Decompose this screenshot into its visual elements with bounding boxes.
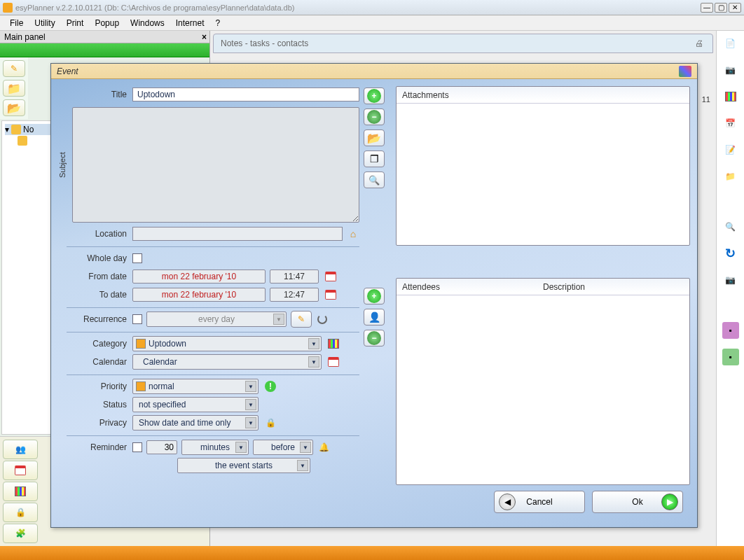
event-dialog-titlebar[interactable]: Event xyxy=(51,64,697,79)
rt-calendar-icon[interactable]: 📅 xyxy=(722,115,739,132)
to-calendar-icon[interactable] xyxy=(324,288,337,301)
recurrence-checkbox[interactable] xyxy=(132,314,142,324)
contacts-button[interactable]: 👥 xyxy=(3,440,38,459)
attendee-add-button[interactable]: + xyxy=(364,288,385,304)
folder-icon xyxy=(11,125,21,134)
menubar: File Utility Print Popup Windows Interne… xyxy=(0,15,744,31)
category-combo[interactable]: Uptodown ▼ xyxy=(132,336,322,351)
plugin-button[interactable]: 🧩 xyxy=(3,524,38,543)
status-value: not specified xyxy=(136,400,186,410)
reminder-relation-combo[interactable]: before ▼ xyxy=(253,440,313,455)
menu-windows[interactable]: Windows xyxy=(125,17,170,29)
chevron-down-icon: ▼ xyxy=(297,460,308,471)
panel-header-bar xyxy=(0,43,209,57)
to-time-input[interactable]: 12:47 xyxy=(270,288,319,302)
lock-button[interactable]: 🔒 xyxy=(3,503,38,522)
rt-purple-icon[interactable]: ▪ xyxy=(722,322,739,339)
attendee-remove-button[interactable]: − xyxy=(364,330,385,346)
menu-internet[interactable]: Internet xyxy=(170,17,210,29)
calendar-value: Calendar xyxy=(136,357,177,367)
menu-print[interactable]: Print xyxy=(61,17,90,29)
menu-help[interactable]: ? xyxy=(209,17,226,29)
category-grid-icon[interactable] xyxy=(327,337,340,350)
rt-grid-icon[interactable] xyxy=(722,88,739,105)
reminder-value-input[interactable]: 30 xyxy=(146,440,177,454)
main-panel-title: Main panel xyxy=(4,32,46,42)
ok-button[interactable]: Ok ▶ xyxy=(592,491,683,513)
rt-refresh-icon[interactable]: ↻ xyxy=(722,245,739,262)
wholeday-checkbox[interactable] xyxy=(132,253,142,263)
calendar-label: Calendar xyxy=(58,357,132,367)
new-note-button[interactable]: ✎ xyxy=(3,60,25,77)
subject-label: Subject xyxy=(58,107,72,223)
chevron-down-icon: ▼ xyxy=(300,442,311,453)
privacy-combo[interactable]: Show date and time only ▼ xyxy=(132,415,259,430)
badge-11: 11 xyxy=(702,95,710,104)
attachment-open-button[interactable]: 📂 xyxy=(364,130,385,146)
rt-new-icon[interactable]: 📄 xyxy=(722,35,739,52)
rt-search-icon[interactable]: 🔍 xyxy=(722,218,739,235)
rt-camera-small-icon[interactable]: 📷 xyxy=(722,62,739,78)
location-input[interactable] xyxy=(132,227,343,241)
attachment-remove-button[interactable]: − xyxy=(364,108,385,125)
bell-icon[interactable]: 🔔 xyxy=(317,441,330,454)
privacy-label: Privacy xyxy=(58,418,132,428)
rt-camera-icon[interactable]: 📷 xyxy=(722,272,739,288)
menu-utility[interactable]: Utility xyxy=(29,17,60,29)
category-color-swatch xyxy=(136,339,146,349)
menu-popup[interactable]: Popup xyxy=(89,17,125,29)
priority-combo[interactable]: normal ▼ xyxy=(132,379,259,394)
reminder-anchor-value: the event starts xyxy=(215,461,273,470)
subject-textarea[interactable] xyxy=(72,107,359,223)
recurrence-label: Recurrence xyxy=(58,314,132,324)
attachment-copy-button[interactable]: ❐ xyxy=(364,150,385,167)
maximize-button[interactable]: ▢ xyxy=(715,3,727,13)
priority-info-icon[interactable]: ! xyxy=(264,380,277,393)
from-time-input[interactable]: 11:47 xyxy=(270,270,319,284)
ok-label: Ok xyxy=(632,497,642,507)
rt-note-icon[interactable]: 📝 xyxy=(722,141,739,158)
new-folder-button[interactable]: 📁 xyxy=(3,80,25,97)
menu-file[interactable]: File xyxy=(4,17,29,29)
edit-recurrence-button[interactable]: ✎ xyxy=(291,311,312,328)
attendee-add-person-button[interactable]: 👤 xyxy=(364,309,385,326)
panel-close-icon[interactable]: × xyxy=(202,32,207,42)
rt-folder-icon[interactable]: 📁 xyxy=(722,168,739,185)
chevron-down-icon: ▼ xyxy=(308,356,319,368)
add-folder-button[interactable]: 📂 xyxy=(3,99,25,116)
calendar-color-icon[interactable] xyxy=(679,66,691,77)
from-calendar-icon[interactable] xyxy=(324,270,337,283)
from-date-input[interactable]: mon 22 february '10 xyxy=(132,270,266,284)
attachment-search-button[interactable]: 🔍 xyxy=(364,172,385,188)
recurrence-combo[interactable]: every day ▼ xyxy=(146,312,287,327)
reminder-checkbox[interactable] xyxy=(132,442,142,452)
lock-icon[interactable]: 🔒 xyxy=(264,416,277,429)
chevron-down-icon: ▼ xyxy=(245,381,256,392)
reminder-unit-combo[interactable]: minutes ▼ xyxy=(181,440,249,455)
category-label: Category xyxy=(58,339,132,349)
reminder-unit-value: minutes xyxy=(200,442,230,452)
cancel-button[interactable]: ◀ Cancel xyxy=(494,491,585,513)
to-date-input[interactable]: mon 22 february '10 xyxy=(132,288,266,302)
print-icon[interactable]: 🖨 xyxy=(693,37,705,50)
priority-color-swatch xyxy=(136,382,146,391)
wholeday-label: Whole day xyxy=(58,253,132,263)
calendar-small-button[interactable] xyxy=(3,461,38,480)
attachment-add-button[interactable]: + xyxy=(364,88,385,104)
calendar-combo[interactable]: Calendar ▼ xyxy=(132,354,322,370)
rt-green-icon[interactable]: ▪ xyxy=(722,349,739,365)
event-dialog-title: Event xyxy=(57,66,78,76)
tree-root-label: No xyxy=(23,125,34,134)
cancel-label: Cancel xyxy=(526,497,552,507)
status-combo[interactable]: not specified ▼ xyxy=(132,397,259,412)
fromdate-label: From date xyxy=(58,272,132,281)
minimize-button[interactable]: — xyxy=(701,3,713,13)
home-icon[interactable]: ⌂ xyxy=(347,227,359,240)
title-input[interactable] xyxy=(132,88,359,102)
reminder-anchor-combo[interactable]: the event starts ▼ xyxy=(177,458,310,473)
calendar-grid-button[interactable] xyxy=(3,482,38,501)
main-panel-tab[interactable]: Main panel × xyxy=(0,31,209,43)
calendar-remove-icon[interactable] xyxy=(327,356,340,368)
right-toolbar: 📄 📷 📅 📝 📁 🔍 ↻ 📷 ▪ ▪ xyxy=(716,31,744,546)
close-button[interactable]: ✕ xyxy=(729,3,741,13)
